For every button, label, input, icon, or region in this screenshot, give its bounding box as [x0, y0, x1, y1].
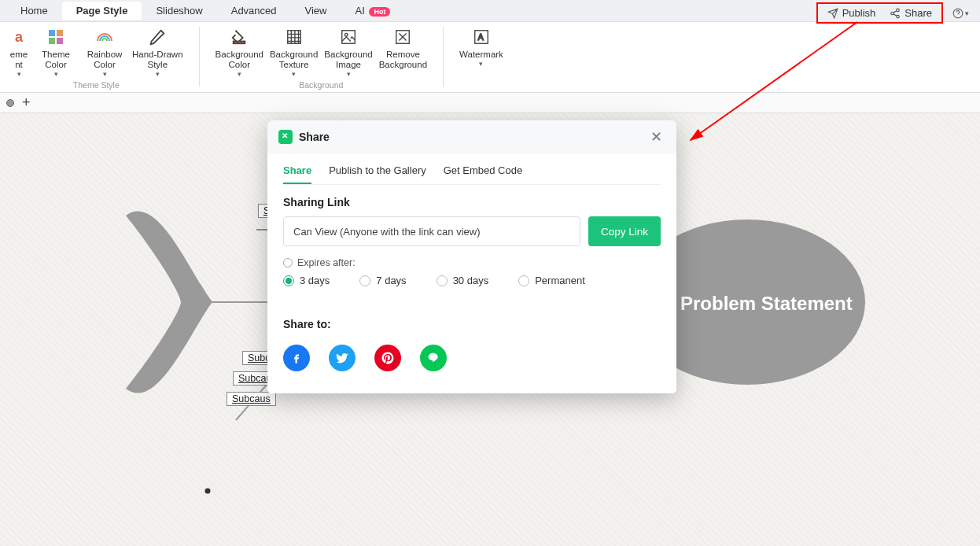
sharing-link-title: Sharing Link: [283, 196, 661, 208]
ribbon-bg-color[interactable]: Background Color ▾: [216, 27, 263, 78]
paint-bucket-icon: [230, 28, 248, 46]
modal-tab-publish-gallery[interactable]: Publish to the Gallery: [329, 161, 426, 184]
rainbow-icon: [96, 28, 113, 46]
share-modal: Share ✕ Share Publish to the Gallery Get…: [267, 120, 676, 393]
expire-options: 3 days 7 days 30 days Permanent: [283, 275, 661, 286]
subcause-node[interactable]: Subcaus: [227, 392, 276, 406]
tab-page-style[interactable]: Page Style: [62, 2, 142, 20]
svg-rect-6: [49, 38, 55, 44]
share-button[interactable]: Share: [883, 6, 938, 20]
expire-option-permanent[interactable]: Permanent: [518, 275, 585, 286]
ribbon-hand-drawn[interactable]: Hand-Drawn Style ▾: [132, 27, 183, 78]
chevron-down-icon: ▾: [292, 70, 296, 78]
main-tabs: Home Page Style Slideshow Advanced View …: [0, 0, 980, 22]
facebook-icon[interactable]: [283, 345, 310, 371]
ribbon-bgcolor-label: Background Color: [216, 50, 263, 70]
svg-point-1: [891, 12, 894, 15]
radio-icon: [437, 275, 448, 286]
ribbon-separator: [199, 27, 200, 87]
expire-3days-label: 3 days: [300, 275, 330, 286]
expires-label-text: Expires after:: [297, 257, 356, 268]
radio-icon: [518, 275, 529, 286]
tab-view[interactable]: View: [291, 2, 341, 20]
expire-option-3days[interactable]: 3 days: [283, 275, 330, 286]
document-tab-dot[interactable]: [6, 99, 14, 107]
pencil-icon: [149, 28, 166, 46]
top-right-actions: Publish Share ▾: [816, 2, 974, 24]
modal-tab-share[interactable]: Share: [283, 161, 311, 184]
ribbon-bgimage-label: Background Image: [324, 50, 372, 70]
ribbon-theme-label: eme nt: [10, 50, 28, 70]
line-icon[interactable]: [420, 345, 447, 371]
ribbon-group-theme-style: a eme nt ▾ Theme Color ▾ Rainbow Color ▾…: [5, 27, 188, 91]
ribbon-group-background: Background Color ▾ Background Texture ▾ …: [211, 27, 433, 91]
expire-option-7days[interactable]: 7 days: [359, 275, 406, 286]
expire-permanent-label: Permanent: [535, 275, 585, 286]
svg-rect-10: [342, 31, 356, 44]
ribbon-group-watermark: A Watermark ▾: [455, 27, 508, 91]
ribbon-bg-texture[interactable]: Background Texture ▾: [270, 27, 318, 78]
ribbon-bgtexture-label: Background Texture: [270, 50, 318, 70]
expire-7days-label: 7 days: [376, 275, 406, 286]
add-document-tab[interactable]: +: [22, 94, 31, 111]
remove-image-icon: [394, 28, 411, 46]
group-label-theme-style: Theme Style: [73, 80, 120, 91]
tab-home[interactable]: Home: [6, 2, 62, 20]
tab-ai-label: AI: [356, 5, 365, 17]
close-icon[interactable]: ✕: [647, 128, 665, 146]
chevron-down-icon: ▾: [479, 60, 483, 68]
ribbon: a eme nt ▾ Theme Color ▾ Rainbow Color ▾…: [0, 22, 980, 93]
ribbon-removebg-label: Remove Background: [379, 50, 427, 70]
svg-rect-5: [57, 30, 63, 36]
svg-point-11: [344, 33, 348, 36]
texture-icon: [286, 28, 303, 46]
ribbon-rainbow-color[interactable]: Rainbow Color ▾: [83, 27, 126, 78]
publish-button[interactable]: Publish: [821, 6, 882, 20]
ribbon-watermark[interactable]: A Watermark ▾: [459, 27, 503, 68]
publish-share-highlight: Publish Share: [816, 2, 943, 24]
ribbon-theme[interactable]: a eme nt ▾: [9, 27, 28, 78]
ribbon-remove-bg[interactable]: Remove Background: [379, 27, 427, 78]
chevron-down-icon: ▾: [103, 70, 107, 78]
expire-option-30days[interactable]: 30 days: [437, 275, 489, 286]
ribbon-bg-image[interactable]: Background Image ▾: [324, 27, 372, 78]
paper-plane-icon: [827, 8, 838, 19]
watermark-icon: A: [473, 28, 490, 46]
hot-badge: Hot: [369, 7, 390, 17]
image-icon: [340, 28, 357, 46]
svg-rect-8: [234, 42, 245, 44]
svg-point-2: [897, 15, 900, 18]
svg-rect-4: [49, 30, 55, 36]
swatch-icon: [47, 28, 64, 46]
modal-tabs: Share Publish to the Gallery Get Embed C…: [283, 161, 661, 185]
chevron-down-icon: ▾: [156, 70, 160, 78]
tab-ai[interactable]: AI Hot: [341, 2, 405, 20]
pinterest-icon[interactable]: [374, 345, 401, 371]
ribbon-theme-color[interactable]: Theme Color ▾: [35, 27, 77, 78]
radio-icon: [359, 275, 370, 286]
chevron-down-icon: ▾: [347, 70, 351, 78]
share-to-title: Share to:: [283, 318, 661, 330]
expires-label: Expires after:: [283, 257, 661, 268]
permission-select[interactable]: [283, 216, 580, 246]
svg-text:A: A: [477, 32, 484, 42]
publish-label: Publish: [842, 7, 876, 19]
fish-head-label[interactable]: Problem Statement: [680, 293, 853, 315]
copy-link-button[interactable]: Copy Link: [588, 216, 661, 246]
social-row: [283, 345, 661, 371]
modal-header: Share ✕: [267, 120, 676, 153]
chevron-down-icon: ▾: [17, 70, 21, 78]
svg-point-0: [897, 9, 900, 11]
chevron-down-icon: ▾: [965, 9, 969, 17]
modal-tab-embed-code[interactable]: Get Embed Code: [444, 161, 522, 184]
tab-slideshow[interactable]: Slideshow: [142, 2, 216, 20]
tab-advanced[interactable]: Advanced: [217, 2, 291, 20]
share-nodes-icon: [890, 8, 901, 19]
link-row: Copy Link: [283, 216, 661, 246]
expire-30days-label: 30 days: [453, 275, 489, 286]
modal-body: Share Publish to the Gallery Get Embed C…: [267, 153, 676, 393]
svg-rect-7: [57, 38, 63, 44]
help-button[interactable]: ▾: [948, 6, 974, 20]
group-label-empty: [481, 80, 483, 91]
twitter-icon[interactable]: [329, 345, 356, 371]
